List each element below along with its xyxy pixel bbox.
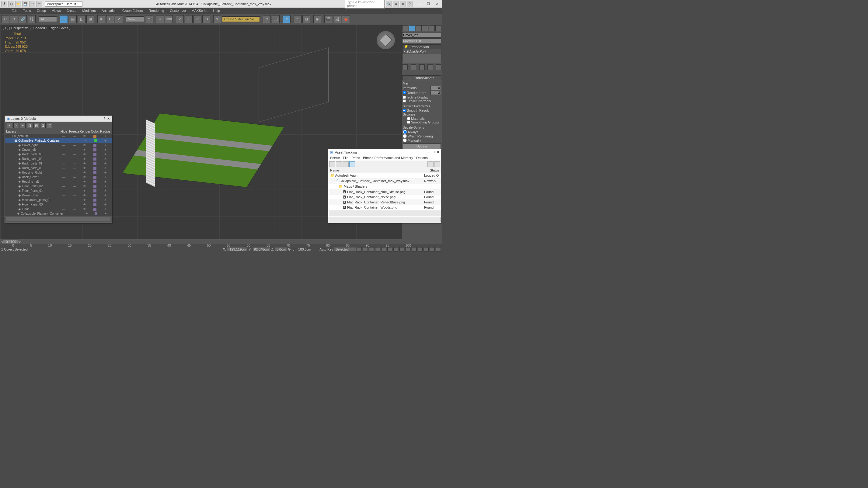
render-setup-icon[interactable]: 🎬 bbox=[324, 15, 332, 23]
menu-rendering[interactable]: Rendering bbox=[146, 8, 167, 13]
layer-scrollbar[interactable] bbox=[6, 217, 111, 221]
layer-row[interactable]: ◈Floor_Parts_01——👁☀ bbox=[5, 189, 112, 193]
stack-item[interactable]: ▸ Editable Poly bbox=[403, 49, 441, 54]
zoom-extents-icon[interactable] bbox=[412, 247, 416, 252]
redo-tool-icon[interactable]: ↷ bbox=[10, 15, 18, 23]
layer-row[interactable]: ◈Rack_parts_02——👁☀ bbox=[5, 157, 112, 161]
time-config-icon[interactable] bbox=[393, 247, 398, 252]
key-mode-icon[interactable] bbox=[387, 247, 392, 252]
menu-edit[interactable]: Edit bbox=[9, 8, 20, 13]
layer-row[interactable]: ◈Back_Cover——👁☀ bbox=[5, 175, 112, 180]
layer-row[interactable]: ◈Housing_Right——👁☀ bbox=[5, 170, 112, 175]
schematic-view-icon[interactable]: ⊡ bbox=[302, 15, 310, 23]
iterations-spinner[interactable]: 0 bbox=[431, 86, 441, 90]
asset-table-icon[interactable] bbox=[343, 161, 349, 167]
asset-refresh-icon[interactable] bbox=[329, 161, 335, 167]
new-layer-icon[interactable]: + bbox=[7, 123, 12, 128]
layer-row[interactable]: ◈Rack_parts_00——👁☀ bbox=[5, 166, 112, 170]
maximize-viewport-icon[interactable] bbox=[436, 247, 441, 252]
asset-view-icon[interactable] bbox=[349, 161, 355, 167]
zoom-all-icon[interactable] bbox=[406, 247, 410, 252]
selection-filter-dropdown[interactable]: All bbox=[39, 17, 57, 22]
favorites-icon[interactable]: ★ bbox=[400, 1, 406, 7]
asset-menu-file[interactable]: File bbox=[343, 156, 348, 160]
modifier-list-dropdown[interactable]: Modifier List bbox=[402, 38, 441, 44]
smoothing-groups-check[interactable] bbox=[407, 121, 410, 124]
col-color[interactable]: Color bbox=[90, 130, 100, 133]
layer-row[interactable]: ◈Floor_Parts_00——👁☀ bbox=[5, 202, 112, 207]
asset-menu-bitmap-performance-and-memory[interactable]: Bitmap Performance and Memory bbox=[363, 156, 413, 160]
object-name-field[interactable]: Cover_left bbox=[402, 32, 441, 38]
select-layer-icon[interactable]: ◩ bbox=[33, 123, 39, 128]
explicit-normals-check[interactable] bbox=[403, 99, 406, 102]
when-rendering-radio[interactable] bbox=[403, 134, 407, 138]
add-to-layer-icon[interactable]: + bbox=[20, 123, 26, 128]
col-render[interactable]: Render bbox=[80, 130, 90, 133]
layer-row[interactable]: ⊟0 (default)——👁☀ bbox=[5, 134, 112, 138]
select-tool-icon[interactable]: ▭ bbox=[60, 15, 68, 23]
stack-item[interactable]: 💡 TurboSmooth bbox=[403, 45, 441, 49]
smooth-result-check[interactable] bbox=[403, 109, 406, 112]
make-unique-icon[interactable] bbox=[419, 64, 425, 70]
use-pivot-icon[interactable]: ⊙ bbox=[145, 15, 153, 23]
edit-named-sel-icon[interactable]: ✎ bbox=[213, 15, 221, 23]
menu-customize[interactable]: Customize bbox=[168, 8, 188, 13]
col-freeze[interactable]: Freeze bbox=[69, 130, 80, 133]
render-icon[interactable]: 🫖 bbox=[342, 15, 350, 23]
asset-menu-paths[interactable]: Paths bbox=[351, 156, 360, 160]
select-region-icon[interactable]: ◫ bbox=[78, 15, 86, 23]
ref-coord-dropdown[interactable]: View bbox=[126, 17, 144, 22]
layer-row[interactable]: ◈Floor——👁☀ bbox=[5, 207, 112, 211]
orbit-icon[interactable] bbox=[430, 247, 435, 252]
pin-stack-icon[interactable] bbox=[402, 64, 408, 70]
curve-editor-icon[interactable]: 〰 bbox=[293, 15, 302, 23]
link-icon[interactable]: 🔗 bbox=[19, 15, 27, 23]
hide-unhide-icon[interactable]: ◪ bbox=[40, 123, 45, 128]
manipulate-icon[interactable]: ✦ bbox=[156, 15, 164, 23]
menu-graph-editors[interactable]: Graph Editors bbox=[120, 8, 146, 13]
asset-row[interactable]: 📁 Autodesk VaultLogged O bbox=[328, 173, 441, 178]
menu-animation[interactable]: Animation bbox=[99, 8, 119, 13]
asset-menu-server[interactable]: Server bbox=[330, 156, 340, 160]
save-icon[interactable]: 💾 bbox=[22, 1, 28, 7]
zoom-icon[interactable] bbox=[400, 247, 404, 252]
render-iters-check[interactable] bbox=[403, 91, 406, 94]
materials-check[interactable] bbox=[407, 117, 410, 120]
workspace-dropdown[interactable]: Workspace: Default bbox=[45, 1, 83, 7]
maximize-button[interactable]: ☐ bbox=[425, 2, 432, 6]
asset-help-icon[interactable] bbox=[428, 161, 434, 167]
asset-menu-options[interactable]: Options bbox=[416, 156, 428, 160]
asset-max-icon[interactable]: ☐ bbox=[432, 150, 435, 154]
window-crossing-icon[interactable]: ⊞ bbox=[86, 15, 94, 23]
asset-min-icon[interactable]: — bbox=[427, 151, 430, 154]
align-icon[interactable]: ▯▯ bbox=[272, 15, 280, 23]
modifier-stack[interactable]: 💡 TurboSmooth▸ Editable Poly bbox=[402, 44, 441, 63]
layer-close-icon[interactable]: ✕ bbox=[107, 117, 110, 121]
create-panel-tab[interactable] bbox=[402, 25, 408, 31]
freeze-unfreeze-icon[interactable]: ◫ bbox=[47, 123, 52, 128]
display-panel-tab[interactable] bbox=[429, 25, 435, 31]
prev-frame-icon[interactable] bbox=[363, 247, 368, 252]
layer-row[interactable]: ◈Down_Cover——👁☀ bbox=[5, 193, 112, 198]
comm-center-icon[interactable]: ⚙ bbox=[393, 1, 399, 7]
next-frame-icon[interactable] bbox=[375, 247, 380, 252]
modify-panel-tab[interactable] bbox=[409, 25, 415, 31]
asset-settings-icon[interactable] bbox=[434, 161, 440, 167]
asset-col-name[interactable]: Name bbox=[330, 168, 430, 172]
fov-icon[interactable] bbox=[418, 247, 423, 252]
close-button[interactable]: ✕ bbox=[433, 2, 441, 6]
col-radios[interactable]: Radios bbox=[100, 130, 111, 133]
layer-row[interactable]: ◈Mechanical_parts_01——👁☀ bbox=[5, 198, 112, 202]
show-end-result-icon[interactable] bbox=[411, 64, 416, 70]
help-icon[interactable]: ? bbox=[407, 1, 413, 7]
open-icon[interactable]: 📂 bbox=[15, 1, 21, 7]
snap-angle-icon[interactable]: ∠ bbox=[185, 15, 193, 23]
layer-row[interactable]: ◈Collapsible_Flatrack_Container——👁☀ bbox=[5, 211, 112, 216]
delete-layer-icon[interactable]: ✕ bbox=[13, 123, 19, 128]
select-name-icon[interactable]: ▤ bbox=[69, 15, 77, 23]
pan-icon[interactable] bbox=[424, 247, 429, 252]
motion-panel-tab[interactable] bbox=[422, 25, 428, 31]
viewport-label[interactable]: [ + ] [ Perspective ] [ Shaded + Edged F… bbox=[3, 26, 70, 30]
configure-sets-icon[interactable] bbox=[436, 64, 441, 70]
layer-row[interactable]: ◈Rack_parts_01——👁☀ bbox=[5, 161, 112, 166]
